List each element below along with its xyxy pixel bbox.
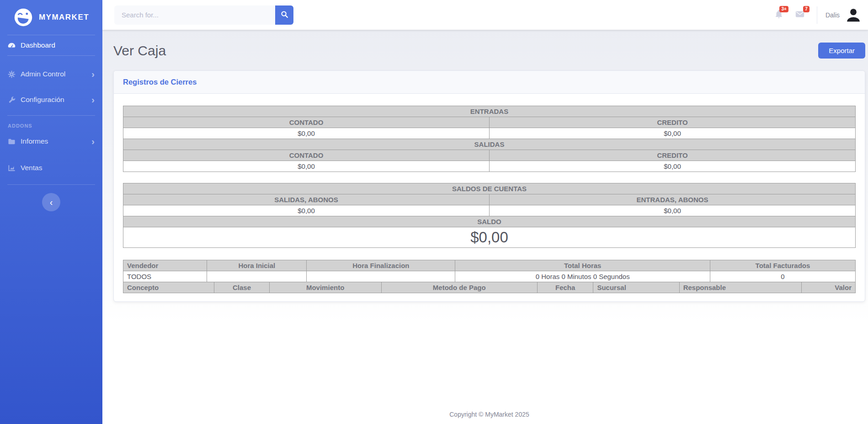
column-header: Metodo de Pago: [381, 282, 537, 293]
sidebar-item-dashboard[interactable]: Dashboard: [0, 35, 102, 55]
sidebar-section-addons: ADDONS: [0, 116, 102, 131]
table-cell: $0,00: [490, 128, 856, 139]
table-cell: $0,00: [490, 205, 856, 216]
table-cell: 0: [710, 271, 855, 282]
sidebar-item-ventas[interactable]: Ventas: [0, 158, 102, 178]
messages-badge: 7: [803, 6, 809, 12]
chevron-right-icon: ›: [91, 97, 95, 103]
table-section-title: ENTRADAS: [123, 106, 856, 117]
messages-button[interactable]: 7: [795, 9, 805, 21]
column-header: Fecha: [537, 282, 593, 293]
table-section-title: SALDOS DE CUENTAS: [123, 183, 856, 194]
column-header: Hora Finalizacion: [307, 260, 455, 271]
sidebar-item-informes[interactable]: Informes ›: [0, 131, 102, 151]
column-header: CONTADO: [123, 117, 490, 128]
table-cell: $0,00: [123, 205, 490, 216]
brand[interactable]: MYMARKET: [0, 0, 102, 35]
search-input[interactable]: [114, 5, 275, 25]
column-header: Sucursal: [593, 282, 679, 293]
mymarket-logo-icon: [13, 7, 33, 27]
table-cell: $0,00: [490, 161, 856, 172]
column-header: Responsable: [679, 282, 802, 293]
gear-icon: [8, 70, 16, 78]
divider: [817, 6, 817, 24]
column-header: Valor: [802, 282, 856, 293]
folder-icon: [8, 138, 16, 145]
column-header: CREDITO: [490, 117, 856, 128]
entradas-salidas-table: ENTRADAS CONTADO CREDITO $0,00 $0,00 SAL…: [123, 106, 856, 172]
copyright-footer: Copyright © MyMarket 2025: [113, 404, 865, 424]
column-header: Clase: [214, 282, 269, 293]
bell-icon: [774, 13, 784, 21]
search-bar: [114, 5, 293, 25]
chevron-right-icon: ›: [91, 71, 95, 77]
envelope-icon: [795, 13, 805, 21]
tachometer-icon: [8, 42, 16, 49]
table-cell: 0 Horas 0 Minutos 0 Segundos: [455, 271, 710, 282]
table-cell: TODOS: [123, 271, 207, 282]
table-section-title: SALIDAS: [123, 139, 856, 150]
sidebar-item-configuracion[interactable]: Configuración ›: [0, 90, 102, 110]
chart-icon: [8, 164, 16, 172]
resumen-table: Vendedor Hora Inicial Hora Finalizacion …: [123, 260, 856, 282]
export-button[interactable]: Exportar: [818, 43, 865, 59]
chevron-right-icon: ›: [91, 138, 95, 145]
column-header: Total Horas: [455, 260, 710, 271]
sidebar-item-label: Admin Control: [21, 70, 65, 78]
card-header: Registros de Cierres: [114, 71, 865, 94]
column-header: Movimiento: [269, 282, 381, 293]
column-header: Total Facturados: [710, 260, 855, 271]
sidebar-collapse-button[interactable]: ‹: [42, 193, 60, 211]
saldo-total-value: $0,00: [123, 227, 856, 248]
user-avatar[interactable]: [845, 7, 862, 23]
card-body: ENTRADAS CONTADO CREDITO $0,00 $0,00 SAL…: [114, 94, 865, 301]
wrench-icon: [8, 96, 16, 104]
column-header: CREDITO: [490, 150, 856, 161]
page-title: Ver Caja: [113, 43, 166, 59]
main-area: 3+ 7 Dalis Ver Caja Exportar Registros d…: [102, 0, 868, 424]
alerts-button[interactable]: 3+: [774, 9, 784, 21]
column-header: SALIDAS, ABONOS: [123, 194, 490, 205]
topbar: 3+ 7 Dalis: [102, 0, 868, 30]
column-header: ENTRADAS, ABONOS: [490, 194, 856, 205]
sidebar-item-label: Ventas: [21, 164, 42, 172]
table-cell: [207, 271, 307, 282]
table-cell: $0,00: [123, 161, 490, 172]
registros-card: Registros de Cierres ENTRADAS CONTADO CR…: [113, 70, 865, 302]
sidebar-item-label: Configuración: [21, 96, 64, 104]
saldos-table: SALDOS DE CUENTAS SALIDAS, ABONOS ENTRAD…: [123, 183, 856, 248]
page-content: Ver Caja Exportar Registros de Cierres E…: [102, 30, 868, 424]
username: Dalis: [825, 11, 840, 19]
search-button[interactable]: [275, 5, 293, 25]
sidebar-item-admin-control[interactable]: Admin Control ›: [0, 64, 102, 84]
table-section-title: SALDO: [123, 216, 856, 227]
alerts-badge: 3+: [779, 6, 788, 12]
divider: [7, 55, 95, 56]
sidebar-item-label: Informes: [21, 137, 48, 145]
column-header: Hora Inicial: [207, 260, 307, 271]
brand-text: MYMARKET: [39, 13, 89, 22]
sidebar-item-label: Dashboard: [21, 41, 55, 49]
detalle-header-table: Concepto Clase Movimiento Metodo de Pago…: [123, 282, 856, 293]
column-header: Vendedor: [123, 260, 207, 271]
table-cell: [307, 271, 455, 282]
column-header: Concepto: [123, 282, 214, 293]
sidebar: MYMARKET Dashboard Admin Control ›: [0, 0, 102, 424]
search-icon: [281, 11, 288, 20]
table-cell: $0,00: [123, 128, 490, 139]
column-header: CONTADO: [123, 150, 490, 161]
